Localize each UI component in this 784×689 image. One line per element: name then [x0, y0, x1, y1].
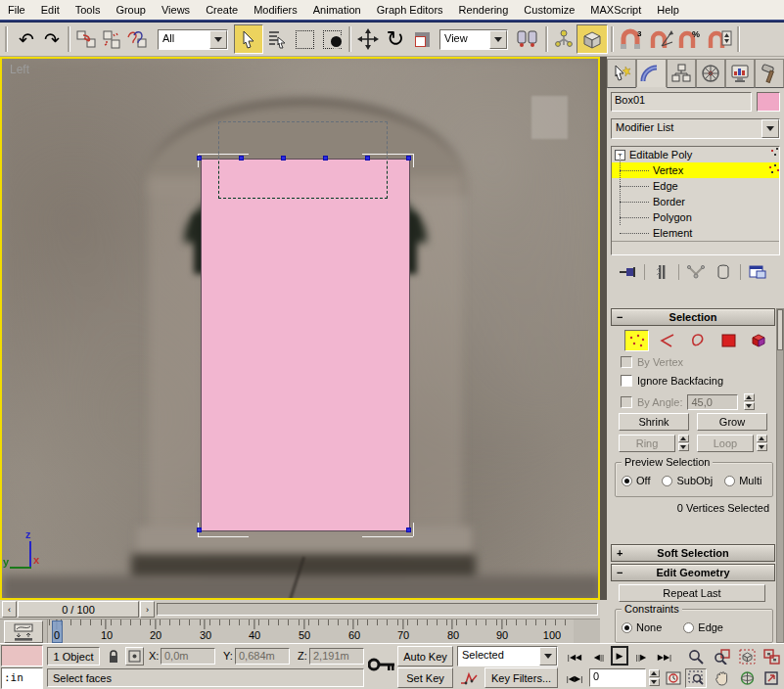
rectangular-selection-region-button[interactable] — [291, 25, 318, 53]
select-and-link-icon[interactable] — [73, 26, 99, 52]
time-slider-handle[interactable]: 0 / 100 — [18, 601, 139, 618]
grow-button[interactable]: Grow — [697, 413, 767, 431]
snaps-toggle-3-button[interactable]: 3 — [617, 25, 646, 53]
preview-off-radio[interactable] — [622, 476, 632, 486]
object-name-field[interactable]: Box01 — [611, 92, 752, 112]
selection-rollout-header[interactable]: − Selection — [611, 308, 775, 326]
spinner-snap-toggle-button[interactable] — [705, 25, 734, 53]
modifier-list-dropdown[interactable]: Modifier List — [611, 118, 780, 139]
arc-rotate-button[interactable] — [736, 668, 758, 688]
viewport-left[interactable]: Left z y x — [0, 57, 600, 600]
next-frame-button[interactable]: ||▶ — [631, 648, 651, 666]
time-slider-track[interactable] — [157, 603, 598, 616]
stack-root-row[interactable]: − Editable Poly — [612, 147, 779, 162]
default-in-out-tangents-button[interactable] — [457, 667, 481, 688]
auto-key-button[interactable]: Auto Key — [397, 646, 453, 666]
goto-start-button[interactable]: |◀◀ — [564, 648, 585, 666]
z-coord-field[interactable]: 2,191m — [309, 648, 364, 665]
by-angle-field[interactable]: 45,0 — [687, 394, 738, 410]
use-pivot-point-center-button[interactable] — [513, 25, 542, 53]
maxscript-mini-listener-white[interactable]: :in — [1, 667, 43, 689]
set-keys-key-icon[interactable] — [368, 652, 395, 677]
show-end-result-button[interactable] — [651, 262, 672, 282]
window-crossing-toggle-button[interactable] — [318, 25, 346, 53]
dropdown-arrow-icon[interactable] — [209, 30, 227, 49]
soft-selection-rollout-header[interactable]: + Soft Selection — [611, 544, 775, 562]
goto-end-button[interactable]: ▶▶| — [654, 648, 675, 666]
vertex-handle[interactable] — [406, 156, 411, 161]
angle-snap-toggle-button[interactable] — [646, 25, 675, 53]
menu-maxscript[interactable]: MAXScript — [582, 2, 649, 18]
tab-create[interactable] — [607, 59, 636, 88]
open-mini-curve-editor-button[interactable] — [4, 620, 43, 643]
key-mode-toggle-button[interactable]: |◀▶| — [564, 669, 585, 687]
set-key-button[interactable]: Set Key — [397, 667, 453, 688]
edit-geometry-rollout-header[interactable]: − Edit Geometry — [611, 564, 775, 581]
panel-scrollbar[interactable] — [776, 308, 784, 643]
y-coord-field[interactable]: 0,684m — [235, 648, 290, 665]
undo-button[interactable]: ↶ — [14, 26, 39, 52]
tab-hierarchy[interactable] — [667, 59, 696, 88]
unlink-selection-icon[interactable] — [99, 26, 124, 52]
preview-subobj-radio[interactable] — [662, 476, 672, 486]
time-slider-next-button[interactable]: › — [140, 601, 155, 618]
x-coord-field[interactable]: 0,0m — [161, 648, 215, 665]
ignore-backfacing-checkbox[interactable] — [621, 375, 632, 387]
border-mode-button[interactable] — [685, 330, 710, 351]
pan-hand-button[interactable] — [711, 668, 732, 688]
dropdown-arrow-icon[interactable] — [761, 119, 779, 138]
vertex-mode-button[interactable] — [624, 330, 649, 351]
element-mode-button[interactable] — [747, 330, 771, 351]
viewport-label[interactable]: Left — [10, 63, 29, 76]
by-angle-spinner[interactable] — [743, 393, 755, 410]
selection-filter-dropdown[interactable]: All — [158, 29, 228, 50]
menu-customize[interactable]: Customize — [516, 2, 582, 18]
menu-graph-editors[interactable]: Graph Editors — [369, 2, 451, 18]
stack-subobject-vertex[interactable]: Vertex — [612, 162, 779, 178]
loop-spinner[interactable] — [756, 435, 767, 451]
selection-lock-toggle[interactable] — [105, 647, 122, 666]
redo-button[interactable]: ↷ — [39, 26, 65, 52]
menu-animation[interactable]: Animation — [305, 2, 369, 18]
previous-frame-button[interactable]: ◀|| — [589, 648, 609, 666]
constraint-edge-radio[interactable] — [683, 622, 694, 633]
stack-subobject-edge[interactable]: Edge — [612, 178, 779, 194]
constraint-none-radio[interactable] — [622, 622, 632, 633]
tab-modify[interactable] — [636, 59, 667, 87]
frame-spinner[interactable] — [648, 669, 660, 686]
polygon-mode-button[interactable] — [716, 330, 741, 351]
dropdown-arrow-icon[interactable] — [539, 647, 557, 666]
tab-display[interactable] — [725, 59, 755, 88]
zoom-all-button[interactable] — [711, 647, 732, 666]
vertex-handle[interactable] — [197, 156, 202, 161]
menu-tools[interactable]: Tools — [68, 2, 109, 18]
make-unique-button[interactable] — [685, 262, 707, 282]
vertex-handle[interactable] — [406, 528, 411, 532]
tab-utilities[interactable] — [755, 59, 784, 88]
time-slider-prev-button[interactable]: ‹ — [2, 601, 17, 618]
editable-poly-object[interactable] — [201, 159, 410, 531]
time-configuration-button[interactable] — [664, 669, 683, 687]
repeat-last-button[interactable]: Repeat Last — [619, 584, 765, 602]
stack-subobject-element[interactable]: Element — [612, 225, 779, 241]
current-frame-field[interactable]: 0 — [589, 668, 646, 687]
edge-mode-button[interactable] — [655, 330, 679, 351]
stack-subobject-polygon[interactable]: Polygon — [612, 209, 779, 225]
menu-create[interactable]: Create — [198, 2, 246, 18]
selection-set-dropdown[interactable]: Selected — [457, 646, 558, 666]
menu-group[interactable]: Group — [108, 2, 154, 18]
select-object-button[interactable] — [234, 24, 263, 54]
dropdown-arrow-icon[interactable] — [489, 30, 507, 49]
ring-button[interactable]: Ring — [619, 435, 675, 452]
select-and-scale-button[interactable] — [409, 25, 435, 53]
tab-motion[interactable] — [696, 59, 725, 88]
snaps-toggle-button[interactable] — [576, 24, 608, 54]
select-by-name-button[interactable] — [263, 25, 291, 53]
reference-coordinate-dropdown[interactable]: View — [439, 29, 508, 50]
remove-modifier-button[interactable] — [713, 262, 734, 282]
menu-file[interactable]: File — [0, 2, 33, 18]
ring-spinner[interactable] — [677, 435, 689, 451]
menu-modifiers[interactable]: Modifiers — [246, 2, 305, 18]
zoom-extents-all-button[interactable] — [761, 647, 782, 666]
absolute-offset-toggle[interactable] — [125, 647, 144, 666]
